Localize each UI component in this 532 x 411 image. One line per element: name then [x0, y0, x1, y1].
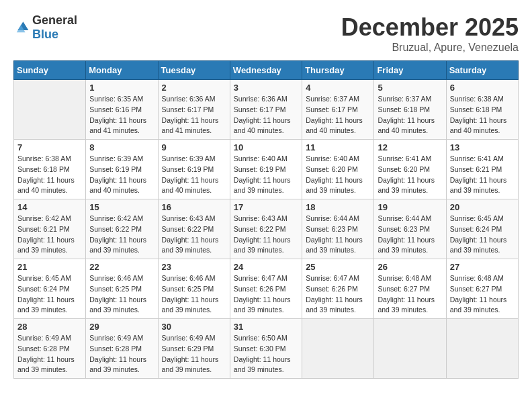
calendar-cell: 7Sunrise: 6:38 AMSunset: 6:18 PMDaylight… [14, 140, 86, 199]
day-info: Sunrise: 6:43 AMSunset: 6:22 PMDaylight:… [162, 214, 226, 256]
day-info: Sunrise: 6:37 AMSunset: 6:18 PMDaylight:… [378, 94, 442, 136]
logo: General Blue [13, 13, 77, 42]
day-number: 11 [306, 142, 370, 152]
calendar-cell: 17Sunrise: 6:43 AMSunset: 6:22 PMDayligh… [230, 199, 302, 259]
day-number: 19 [378, 202, 442, 212]
day-number: 6 [450, 83, 515, 93]
calendar-cell: 3Sunrise: 6:36 AMSunset: 6:17 PMDaylight… [230, 80, 302, 140]
day-info: Sunrise: 6:39 AMSunset: 6:19 PMDaylight:… [162, 154, 226, 196]
header: General Blue December 2025 Bruzual, Apur… [13, 13, 519, 54]
calendar-cell: 26Sunrise: 6:48 AMSunset: 6:27 PMDayligh… [374, 259, 446, 319]
day-info: Sunrise: 6:48 AMSunset: 6:27 PMDaylight:… [378, 273, 442, 316]
calendar-header-row: SundayMondayTuesdayWednesdayThursdayFrid… [14, 61, 519, 80]
calendar-cell [446, 319, 518, 379]
calendar-cell: 22Sunrise: 6:46 AMSunset: 6:25 PMDayligh… [86, 259, 158, 319]
day-info: Sunrise: 6:46 AMSunset: 6:25 PMDaylight:… [162, 273, 226, 316]
day-number: 16 [162, 202, 226, 212]
calendar-cell [302, 319, 374, 379]
calendar-cell [14, 80, 86, 140]
day-number: 9 [162, 142, 226, 152]
day-number: 14 [17, 202, 82, 212]
day-number: 31 [234, 322, 298, 332]
calendar-table: SundayMondayTuesdayWednesdayThursdayFrid… [13, 60, 519, 379]
day-number: 25 [306, 262, 370, 272]
day-info: Sunrise: 6:37 AMSunset: 6:17 PMDaylight:… [306, 94, 370, 136]
calendar-cell: 14Sunrise: 6:42 AMSunset: 6:21 PMDayligh… [14, 199, 86, 259]
day-number: 15 [89, 202, 154, 212]
logo-icon [13, 19, 30, 36]
day-info: Sunrise: 6:44 AMSunset: 6:23 PMDaylight:… [378, 214, 442, 256]
day-number: 7 [17, 142, 82, 152]
day-number: 1 [89, 83, 154, 93]
day-info: Sunrise: 6:47 AMSunset: 6:26 PMDaylight:… [234, 273, 298, 316]
day-number: 18 [306, 202, 370, 212]
day-number: 13 [450, 142, 515, 152]
day-info: Sunrise: 6:49 AMSunset: 6:28 PMDaylight:… [89, 333, 154, 375]
calendar-week-row: 1Sunrise: 6:35 AMSunset: 6:16 PMDaylight… [14, 80, 519, 140]
day-info: Sunrise: 6:50 AMSunset: 6:30 PMDaylight:… [234, 333, 298, 375]
day-number: 5 [378, 83, 442, 93]
calendar-cell: 18Sunrise: 6:44 AMSunset: 6:23 PMDayligh… [302, 199, 374, 259]
logo-general: General [32, 13, 77, 27]
calendar-cell: 23Sunrise: 6:46 AMSunset: 6:25 PMDayligh… [158, 259, 230, 319]
day-number: 10 [234, 142, 298, 152]
day-number: 8 [89, 142, 154, 152]
day-number: 23 [162, 262, 226, 272]
month-title: December 2025 [341, 13, 519, 42]
calendar-cell: 5Sunrise: 6:37 AMSunset: 6:18 PMDaylight… [374, 80, 446, 140]
day-info: Sunrise: 6:47 AMSunset: 6:26 PMDaylight:… [306, 273, 370, 316]
col-header-saturday: Saturday [446, 61, 518, 80]
day-number: 20 [450, 202, 515, 212]
day-info: Sunrise: 6:41 AMSunset: 6:21 PMDaylight:… [450, 154, 515, 196]
day-info: Sunrise: 6:46 AMSunset: 6:25 PMDaylight:… [89, 273, 154, 316]
day-number: 4 [306, 83, 370, 93]
day-info: Sunrise: 6:36 AMSunset: 6:17 PMDaylight:… [234, 94, 298, 136]
calendar-cell: 21Sunrise: 6:45 AMSunset: 6:24 PMDayligh… [14, 259, 86, 319]
day-info: Sunrise: 6:35 AMSunset: 6:16 PMDaylight:… [89, 94, 154, 136]
day-info: Sunrise: 6:49 AMSunset: 6:29 PMDaylight:… [162, 333, 226, 375]
calendar-cell: 16Sunrise: 6:43 AMSunset: 6:22 PMDayligh… [158, 199, 230, 259]
day-info: Sunrise: 6:45 AMSunset: 6:24 PMDaylight:… [450, 214, 515, 256]
calendar-cell: 15Sunrise: 6:42 AMSunset: 6:22 PMDayligh… [86, 199, 158, 259]
calendar-cell: 2Sunrise: 6:36 AMSunset: 6:17 PMDaylight… [158, 80, 230, 140]
day-number: 21 [17, 262, 82, 272]
day-info: Sunrise: 6:48 AMSunset: 6:27 PMDaylight:… [450, 273, 515, 316]
day-number: 28 [17, 322, 82, 332]
col-header-wednesday: Wednesday [230, 61, 302, 80]
calendar-week-row: 28Sunrise: 6:49 AMSunset: 6:28 PMDayligh… [14, 319, 519, 379]
calendar-cell: 20Sunrise: 6:45 AMSunset: 6:24 PMDayligh… [446, 199, 518, 259]
calendar-cell: 28Sunrise: 6:49 AMSunset: 6:28 PMDayligh… [14, 319, 86, 379]
calendar-cell: 6Sunrise: 6:38 AMSunset: 6:18 PMDaylight… [446, 80, 518, 140]
col-header-thursday: Thursday [302, 61, 374, 80]
calendar-week-row: 14Sunrise: 6:42 AMSunset: 6:21 PMDayligh… [14, 199, 519, 259]
calendar-cell: 13Sunrise: 6:41 AMSunset: 6:21 PMDayligh… [446, 140, 518, 199]
location-title: Bruzual, Apure, Venezuela [341, 42, 519, 54]
col-header-monday: Monday [86, 61, 158, 80]
calendar-cell: 19Sunrise: 6:44 AMSunset: 6:23 PMDayligh… [374, 199, 446, 259]
calendar-cell: 8Sunrise: 6:39 AMSunset: 6:19 PMDaylight… [86, 140, 158, 199]
day-info: Sunrise: 6:44 AMSunset: 6:23 PMDaylight:… [306, 214, 370, 256]
day-number: 27 [450, 262, 515, 272]
calendar-cell [374, 319, 446, 379]
col-header-sunday: Sunday [14, 61, 86, 80]
calendar-cell: 4Sunrise: 6:37 AMSunset: 6:17 PMDaylight… [302, 80, 374, 140]
col-header-friday: Friday [374, 61, 446, 80]
calendar-cell: 9Sunrise: 6:39 AMSunset: 6:19 PMDaylight… [158, 140, 230, 199]
calendar-week-row: 21Sunrise: 6:45 AMSunset: 6:24 PMDayligh… [14, 259, 519, 319]
day-number: 22 [89, 262, 154, 272]
calendar-cell: 29Sunrise: 6:49 AMSunset: 6:28 PMDayligh… [86, 319, 158, 379]
day-info: Sunrise: 6:40 AMSunset: 6:19 PMDaylight:… [234, 154, 298, 196]
calendar-week-row: 7Sunrise: 6:38 AMSunset: 6:18 PMDaylight… [14, 140, 519, 199]
day-info: Sunrise: 6:40 AMSunset: 6:20 PMDaylight:… [306, 154, 370, 196]
calendar-cell: 24Sunrise: 6:47 AMSunset: 6:26 PMDayligh… [230, 259, 302, 319]
day-number: 30 [162, 322, 226, 332]
calendar-cell: 11Sunrise: 6:40 AMSunset: 6:20 PMDayligh… [302, 140, 374, 199]
title-area: December 2025 Bruzual, Apure, Venezuela [341, 13, 519, 54]
day-info: Sunrise: 6:36 AMSunset: 6:17 PMDaylight:… [162, 94, 226, 136]
day-info: Sunrise: 6:42 AMSunset: 6:21 PMDaylight:… [17, 214, 82, 256]
day-info: Sunrise: 6:42 AMSunset: 6:22 PMDaylight:… [89, 214, 154, 256]
day-number: 26 [378, 262, 442, 272]
day-info: Sunrise: 6:43 AMSunset: 6:22 PMDaylight:… [234, 214, 298, 256]
day-info: Sunrise: 6:38 AMSunset: 6:18 PMDaylight:… [450, 94, 515, 136]
day-info: Sunrise: 6:39 AMSunset: 6:19 PMDaylight:… [89, 154, 154, 196]
